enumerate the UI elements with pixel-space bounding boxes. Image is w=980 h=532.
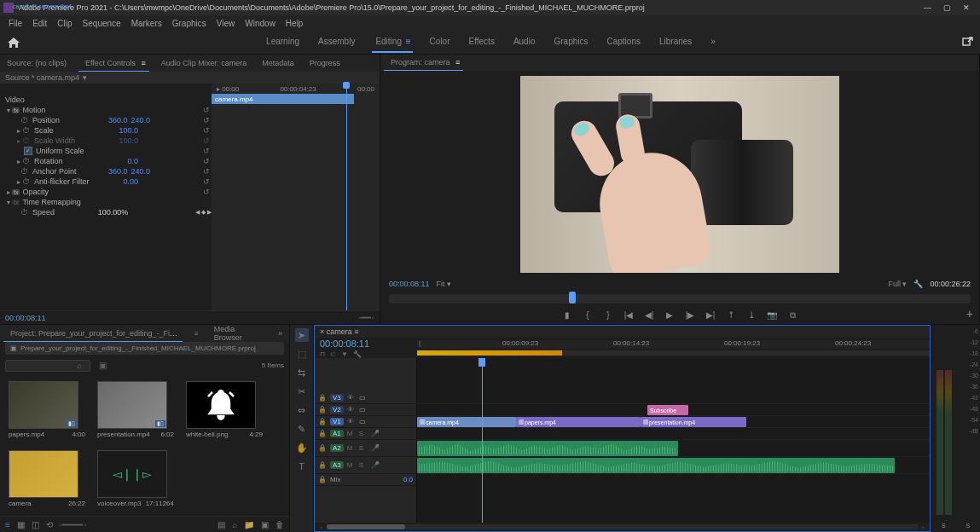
rotation-value[interactable]: 0.0 [127, 157, 138, 165]
channel-solo-left[interactable]: S [942, 523, 946, 529]
list-view-icon[interactable]: ≡ [5, 520, 10, 529]
v2-sync-icon[interactable]: ▭ [359, 406, 366, 413]
tab-progress[interactable]: Progress [306, 55, 344, 71]
menu-markers[interactable]: Markers [126, 19, 167, 28]
v3-lock-icon[interactable]: 🔒 [318, 394, 327, 402]
v1-sync-icon[interactable]: ▭ [359, 418, 366, 425]
comparison-icon[interactable]: ⧉ [786, 309, 798, 321]
program-time-right[interactable]: 00:00:26:22 [930, 280, 971, 288]
a1-lock-icon[interactable]: 🔒 [318, 430, 327, 437]
add-keyframe-icon[interactable]: ◆ [201, 209, 206, 216]
a2-solo-icon[interactable]: S [359, 444, 368, 452]
a2-mute-icon[interactable]: M [347, 444, 356, 452]
maximize-icon[interactable]: ▢ [943, 3, 951, 12]
workspace-editing[interactable]: Editing ≡ [372, 32, 412, 53]
freeform-view-icon[interactable]: ◫ [32, 520, 39, 529]
anchor-y[interactable]: 240.0 [130, 167, 150, 176]
tab-source[interactable]: Source: (no clips) [3, 55, 70, 71]
motion-toggle[interactable] [5, 106, 12, 114]
clip-audio-a2[interactable] [417, 441, 678, 456]
track-a2[interactable]: A2 [330, 444, 344, 452]
go-to-in-icon[interactable]: |◀ [623, 309, 635, 321]
track-v2[interactable]: V2 [330, 406, 344, 413]
go-to-out-icon[interactable]: ▶| [705, 309, 716, 321]
settings-icon[interactable]: 🔧 [353, 350, 362, 358]
menu-edit[interactable]: Edit [27, 19, 52, 28]
mark-in-icon[interactable]: { [582, 309, 594, 321]
close-icon[interactable]: ✕ [963, 3, 970, 12]
zoom-slider[interactable]: ◦━━━━◦ [60, 520, 86, 529]
speed-value[interactable]: 100.00% [98, 208, 129, 217]
motion-reset-icon[interactable]: ↺ [201, 106, 212, 114]
scale-width-stopwatch-icon[interactable]: ⏱ [22, 136, 31, 145]
anchor-x[interactable]: 360.0 [108, 167, 128, 176]
effect-playhead[interactable] [346, 84, 347, 310]
workspace-overflow-icon[interactable]: » [709, 32, 717, 53]
uniform-reset-icon[interactable]: ↺ [201, 147, 212, 155]
play-icon[interactable]: ▶ [664, 309, 676, 321]
step-back-icon[interactable]: ◀| [643, 309, 655, 321]
uniform-scale-checkbox[interactable]: ✓ [24, 147, 32, 155]
work-area-bar[interactable] [417, 350, 562, 356]
clip-papers[interactable]: ▥ papers.mp4 [516, 417, 641, 427]
workspace-learning[interactable]: Learning [264, 32, 301, 53]
fx-opacity-icon[interactable]: fx [12, 189, 20, 195]
hand-tool-icon[interactable]: ✋ [295, 441, 309, 454]
linked-selection-icon[interactable]: ⊂ [330, 350, 336, 358]
rotation-reset-icon[interactable]: ↺ [201, 157, 212, 165]
timeline-ruler[interactable]: | 00:00:09:23 00:00:14:23 00:00:19:23 00… [417, 340, 930, 349]
project-breadcrumb[interactable]: Prepare_your_project_for_editing_-_Finis… [20, 344, 256, 352]
position-stopwatch-icon[interactable]: ⏱ [20, 116, 29, 124]
antiflicker-stopwatch-icon[interactable]: ⏱ [22, 177, 31, 186]
workspace-assembly[interactable]: Assembly [316, 32, 357, 53]
program-quality-dropdown[interactable]: Full ▾ [888, 280, 907, 288]
clip-subscribe[interactable]: Subscribe [647, 405, 688, 415]
automate-icon[interactable]: ▤ [217, 520, 225, 529]
a2-lock-icon[interactable]: 🔒 [318, 444, 327, 452]
a3-solo-icon[interactable]: S [359, 461, 368, 469]
menu-sequence[interactable]: Sequence [78, 19, 126, 28]
clip-camera[interactable]: ▥ camera.mp4 [417, 417, 516, 427]
selection-tool-icon[interactable]: ➤ [295, 328, 309, 342]
track-mix[interactable]: Mix [330, 476, 340, 483]
icon-view-icon[interactable]: ▦ [17, 520, 25, 529]
time-remap-toggle[interactable] [5, 198, 12, 206]
razor-tool-icon[interactable]: ✂ [295, 385, 309, 398]
new-item-icon[interactable]: ▣ [261, 520, 269, 529]
speed-stopwatch-icon[interactable]: ⏱ [20, 208, 29, 217]
timeline-scroll-thumb[interactable] [327, 524, 405, 529]
rotation-stopwatch-icon[interactable]: ⏱ [22, 157, 31, 165]
rotation-toggle[interactable] [15, 157, 22, 165]
track-a3[interactable]: A3 [330, 461, 344, 469]
tab-program[interactable]: Program: camera ≡ [384, 55, 463, 71]
wrench-icon[interactable]: 🔧 [913, 280, 923, 288]
home-icon[interactable] [7, 37, 20, 49]
v2-lock-icon[interactable]: 🔒 [318, 406, 327, 413]
v1-eye-icon[interactable]: 👁 [347, 418, 356, 425]
menu-graphics[interactable]: Graphics [167, 19, 212, 28]
v3-sync-icon[interactable]: ▭ [359, 394, 366, 402]
scale-value[interactable]: 100.0 [119, 126, 138, 135]
a3-mute-icon[interactable]: M [347, 461, 356, 469]
add-marker-icon[interactable]: ▮ [561, 309, 573, 321]
track-v1[interactable]: V1 [330, 418, 344, 425]
tab-effect-controls[interactable]: Effect Controls ≡ [78, 55, 149, 72]
position-x[interactable]: 360.0 [108, 116, 128, 124]
new-bin-icon[interactable]: 📁 [244, 520, 254, 529]
antiflicker-reset-icon[interactable]: ↺ [201, 177, 212, 186]
track-a1[interactable]: A1 [330, 430, 344, 437]
workspace-color[interactable]: Color [428, 32, 452, 53]
opacity-reset-icon[interactable]: ↺ [201, 188, 212, 196]
program-monitor[interactable] [520, 76, 839, 273]
mark-out-icon[interactable]: } [602, 309, 614, 321]
effect-zoom-icon[interactable]: ◦━━◦ [358, 313, 374, 322]
anchor-reset-icon[interactable]: ↺ [201, 167, 212, 176]
filter-icon[interactable]: ▣ [99, 361, 107, 370]
minimize-icon[interactable]: — [924, 3, 931, 12]
v3-eye-icon[interactable]: 👁 [347, 394, 356, 402]
scale-width-toggle[interactable] [15, 136, 22, 145]
type-tool-icon[interactable]: T [295, 460, 309, 473]
timeline-scroll-right-icon[interactable]: ◦ [921, 523, 925, 532]
timeline-playhead[interactable] [482, 358, 483, 523]
marker-icon[interactable]: ▼ [341, 350, 348, 358]
